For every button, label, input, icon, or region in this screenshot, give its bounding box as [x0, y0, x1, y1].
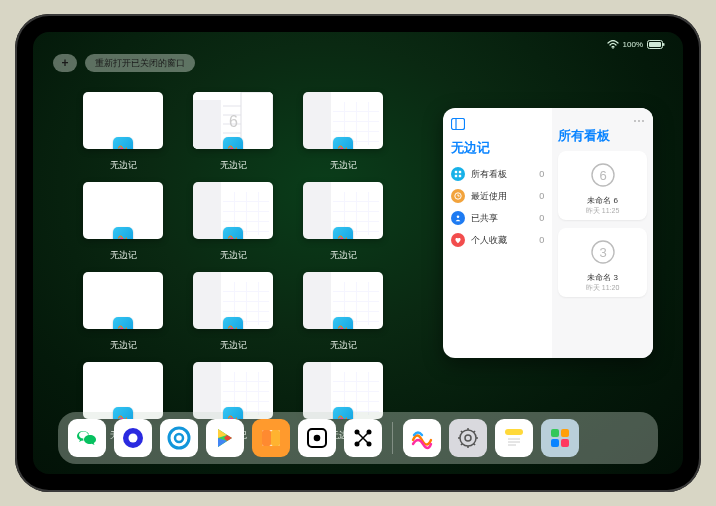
dock-dice-icon[interactable] — [298, 419, 336, 457]
board-name: 未命名 6 — [587, 195, 618, 206]
board-preview: 3 — [576, 232, 630, 272]
switcher-card[interactable]: 无边记 — [188, 272, 278, 352]
window-thumbnail[interactable] — [83, 362, 163, 419]
sidebar-item-label: 所有看板 — [471, 168, 507, 181]
app-title: 无边记 — [451, 139, 544, 157]
dock-quark-icon[interactable] — [114, 419, 152, 457]
sidebar-item[interactable]: 所有看板0 — [451, 163, 544, 185]
window-thumbnail[interactable] — [83, 272, 163, 329]
switcher-card[interactable]: 无边记 — [78, 272, 168, 352]
svg-rect-11 — [241, 92, 273, 149]
freeform-app-icon — [333, 227, 353, 239]
card-label: 无边记 — [220, 339, 247, 352]
window-thumbnail[interactable] — [303, 362, 383, 419]
card-label: 无边记 — [220, 249, 247, 262]
svg-line-43 — [461, 444, 462, 445]
svg-point-33 — [314, 435, 321, 442]
window-thumbnail[interactable] — [83, 182, 163, 239]
dock-notes-icon[interactable] — [495, 419, 533, 457]
board-time: 昨天 11:20 — [586, 283, 619, 293]
board-name: 未命名 3 — [587, 272, 618, 283]
svg-line-45 — [461, 431, 462, 432]
svg-point-39 — [465, 435, 471, 441]
board-time: 昨天 11:25 — [586, 206, 619, 216]
sidebar-item-label: 个人收藏 — [471, 234, 507, 247]
battery-text: 100% — [623, 40, 643, 49]
grid-icon — [451, 167, 465, 181]
dock-settings-icon[interactable] — [449, 419, 487, 457]
screen: 100% + 重新打开已关闭的窗口 无边记6无边记无边记无边记无边记无边记无边记… — [33, 32, 683, 474]
window-thumbnail[interactable] — [193, 362, 273, 419]
freeform-app-icon — [113, 137, 133, 149]
switcher-card[interactable]: 无边记 — [78, 92, 168, 172]
sidebar-item[interactable]: 个人收藏0 — [451, 229, 544, 251]
svg-point-26 — [129, 434, 138, 443]
people-icon — [451, 211, 465, 225]
dock-nodes-icon[interactable] — [344, 419, 382, 457]
sidebar-item-label: 最近使用 — [471, 190, 507, 203]
sidebar-item[interactable]: 最近使用0 — [451, 185, 544, 207]
switcher-card[interactable]: 6无边记 — [188, 92, 278, 172]
dock-wechat-icon[interactable] — [68, 419, 106, 457]
window-thumbnail[interactable]: 6 — [193, 92, 273, 149]
card-label: 无边记 — [110, 339, 137, 352]
svg-rect-53 — [551, 429, 559, 437]
freeform-main: ⋯ 所有看板 6未命名 6昨天 11:253未命名 3昨天 11:20 — [552, 108, 653, 358]
sidebar-item-count: 0 — [539, 213, 544, 223]
switcher-card[interactable]: 无边记 — [188, 182, 278, 262]
board-preview: 6 — [576, 155, 630, 195]
window-thumbnail[interactable] — [303, 182, 383, 239]
freeform-app-icon — [223, 227, 243, 239]
clock-icon — [451, 189, 465, 203]
sidebar-item-count: 0 — [539, 169, 544, 179]
svg-point-0 — [612, 47, 614, 49]
battery-icon — [647, 40, 665, 49]
card-label: 无边记 — [110, 159, 137, 172]
svg-rect-15 — [455, 171, 457, 173]
freeform-app-icon — [333, 137, 353, 149]
switcher-card[interactable]: 无边记 — [298, 182, 388, 262]
dock-play-icon[interactable] — [206, 419, 244, 457]
svg-rect-2 — [649, 42, 661, 47]
window-thumbnail[interactable] — [83, 92, 163, 149]
window-thumbnail[interactable] — [303, 272, 383, 329]
board-card[interactable]: 3未命名 3昨天 11:20 — [558, 228, 647, 297]
switcher-card[interactable]: 无边记 — [298, 272, 388, 352]
sidebar-item[interactable]: 已共享0 — [451, 207, 544, 229]
freeform-app-icon — [113, 227, 133, 239]
dock-appgroup-icon[interactable] — [541, 419, 579, 457]
sidebar-toggle-icon[interactable] — [451, 118, 544, 133]
svg-rect-49 — [505, 429, 523, 435]
dock-qqbrowser-icon[interactable] — [160, 419, 198, 457]
svg-line-41 — [474, 444, 475, 445]
freeform-app-icon — [223, 137, 243, 149]
freeform-app-icon — [333, 407, 353, 419]
window-thumbnail[interactable] — [193, 272, 273, 329]
svg-rect-17 — [455, 175, 457, 177]
window-thumbnail[interactable] — [303, 92, 383, 149]
svg-rect-16 — [459, 171, 461, 173]
freeform-app-icon — [333, 317, 353, 329]
svg-rect-18 — [459, 175, 461, 177]
sidebar-list: 所有看板0最近使用0已共享0个人收藏0 — [451, 163, 544, 251]
window-thumbnail[interactable] — [193, 182, 273, 239]
svg-text:3: 3 — [599, 245, 606, 260]
new-window-button[interactable]: + — [53, 54, 77, 72]
board-card[interactable]: 6未命名 6昨天 11:25 — [558, 151, 647, 220]
sidebar-item-count: 0 — [539, 191, 544, 201]
svg-point-27 — [169, 428, 189, 448]
svg-rect-30 — [262, 430, 271, 446]
dock-freeform-icon[interactable] — [403, 419, 441, 457]
freeform-window[interactable]: 无边记 所有看板0最近使用0已共享0个人收藏0 ⋯ 所有看板 6未命名 6昨天 … — [443, 108, 653, 358]
switcher-card[interactable]: 无边记 — [298, 92, 388, 172]
switcher-card[interactable]: 无边记 — [78, 182, 168, 262]
dock-separator — [392, 422, 393, 454]
freeform-app-icon — [223, 317, 243, 329]
card-label: 无边记 — [330, 339, 357, 352]
card-label: 无边记 — [330, 159, 357, 172]
dock-books-icon[interactable] — [252, 419, 290, 457]
ellipsis-icon[interactable]: ⋯ — [633, 114, 645, 128]
freeform-app-icon — [113, 407, 133, 419]
heart-icon — [451, 233, 465, 247]
reopen-closed-window-button[interactable]: 重新打开已关闭的窗口 — [85, 54, 195, 72]
